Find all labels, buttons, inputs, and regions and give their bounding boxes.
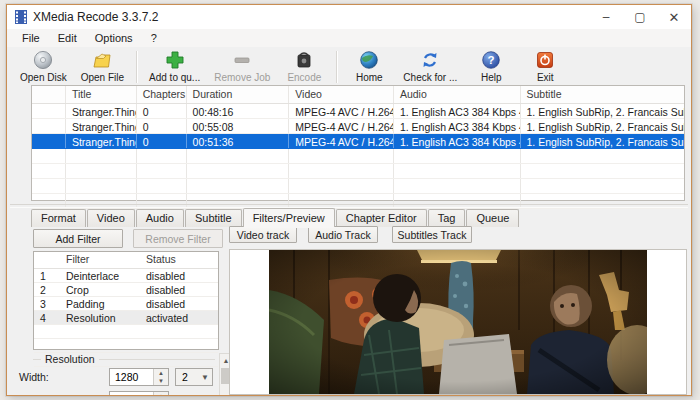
svg-text:?: ? (488, 54, 495, 66)
exit-label: Exit (537, 72, 554, 83)
home-button[interactable]: Home (342, 47, 396, 87)
tab-video[interactable]: Video (87, 209, 135, 227)
menu-edit[interactable]: Edit (49, 30, 86, 46)
column-status[interactable]: Status (140, 252, 214, 268)
column-subtitle[interactable]: Subtitle (521, 86, 684, 103)
folder-icon (92, 50, 113, 70)
spin-up-icon: ▲ (154, 369, 168, 377)
job-list: Title Chapters Duration Video Audio Subt… (31, 85, 685, 201)
job-row-selected[interactable]: Stranger.Things... 0 00:51:36 MPEG-4 AVC… (32, 134, 684, 149)
help-button[interactable]: ? Help (464, 47, 518, 87)
add-filter-button[interactable]: Add Filter (33, 229, 123, 248)
open-disk-button[interactable]: Open Disk (13, 47, 74, 87)
menu-file[interactable]: File (13, 30, 49, 46)
exit-icon (535, 50, 555, 70)
check-for-updates-label: Check for ... (403, 72, 457, 83)
add-to-queue-button[interactable]: Add to qu... (142, 47, 207, 87)
check-for-updates-button[interactable]: Check for ... (396, 47, 464, 87)
empty-row (32, 179, 684, 194)
column-title[interactable]: Title (66, 86, 137, 103)
tab-tag[interactable]: Tag (428, 209, 466, 227)
filter-row-resolution[interactable]: 4 Resolution activated (34, 311, 218, 325)
filter-row-padding[interactable]: 3 Padding disabled (34, 297, 218, 311)
window-title: XMedia Recode 3.3.7.2 (33, 10, 158, 24)
tab-chapter-editor[interactable]: Chapter Editor (336, 209, 427, 227)
job-list-header: Title Chapters Duration Video Audio Subt… (32, 86, 684, 104)
exit-button[interactable]: Exit (518, 47, 572, 87)
audio-track-button[interactable]: Audio Track (308, 226, 378, 243)
add-icon (165, 50, 185, 70)
toolbar-separator (136, 51, 137, 83)
remove-filter-button[interactable]: Remove Filter (133, 229, 223, 248)
refresh-icon (420, 50, 440, 70)
tab-subtitle[interactable]: Subtitle (185, 209, 242, 227)
column-video[interactable]: Video (289, 86, 394, 103)
width-factor-dropdown[interactable]: 2 ▼ (175, 368, 213, 386)
toolbar: Open Disk Open File Add to qu... (7, 47, 691, 87)
menu-help[interactable]: ? (142, 30, 166, 46)
home-label: Home (356, 72, 383, 83)
width-label: Width: (19, 371, 49, 383)
minimize-button[interactable]: – (589, 5, 623, 29)
job-row[interactable]: Stranger.Things... 0 00:55:08 MPEG-4 AVC… (32, 119, 684, 134)
height-input[interactable]: 640 ▲▼ (109, 391, 169, 396)
toolbar-separator (336, 51, 337, 83)
tab-queue[interactable]: Queue (466, 209, 519, 227)
empty-row (34, 339, 218, 353)
open-file-button[interactable]: Open File (74, 47, 131, 87)
column-filter[interactable]: Filter (60, 252, 140, 268)
remove-icon (232, 50, 252, 70)
tab-filters-preview[interactable]: Filters/Preview (243, 208, 335, 227)
menu-bar: File Edit Options ? (7, 29, 691, 47)
remove-job-button[interactable]: Remove Job (207, 47, 277, 87)
width-spinner-arrows[interactable]: ▲▼ (153, 369, 168, 385)
video-frame (269, 250, 647, 394)
tab-audio[interactable]: Audio (136, 209, 184, 227)
column-audio[interactable]: Audio (394, 86, 521, 103)
chevron-down-icon: ▼ (201, 373, 209, 382)
width-input[interactable]: 1280 ▲▼ (109, 368, 169, 386)
tab-format[interactable]: Format (31, 209, 86, 227)
spin-up-icon: ▲ (154, 392, 168, 396)
app-logo-icon (15, 10, 27, 24)
globe-icon (359, 50, 379, 70)
help-label: Help (481, 72, 502, 83)
spin-down-icon: ▼ (154, 377, 168, 385)
menu-options[interactable]: Options (86, 30, 142, 46)
remove-job-label: Remove Job (214, 72, 270, 83)
height-spinner-arrows[interactable]: ▲▼ (153, 392, 168, 396)
encode-label: Encode (287, 72, 321, 83)
disk-icon (33, 50, 53, 70)
title-bar: XMedia Recode 3.3.7.2 – ▢ ✕ (7, 5, 691, 29)
encode-button[interactable]: Encode (277, 47, 331, 87)
preview-panel (229, 249, 687, 395)
open-file-label: Open File (81, 72, 124, 83)
filter-row-crop[interactable]: 2 Crop disabled (34, 283, 218, 297)
empty-row (32, 149, 684, 164)
maximize-button[interactable]: ▢ (623, 5, 657, 29)
empty-row (32, 164, 684, 179)
subtitles-track-button[interactable]: Subtitles Track (392, 226, 472, 243)
column-chapters[interactable]: Chapters (137, 86, 187, 103)
column-duration[interactable]: Duration (187, 86, 290, 103)
empty-row (34, 325, 218, 339)
tab-bar: Format Video Audio Subtitle Filters/Prev… (31, 208, 681, 227)
filter-table: Filter Status 1 Deinterlace disabled 2 C… (33, 251, 219, 350)
filter-table-header: Filter Status (34, 252, 218, 269)
help-icon: ? (481, 50, 501, 70)
close-button[interactable]: ✕ (657, 5, 691, 29)
filter-row-deinterlace[interactable]: 1 Deinterlace disabled (34, 269, 218, 283)
encode-icon (294, 50, 314, 70)
resolution-group-label: Resolution (41, 353, 99, 365)
video-track-button[interactable]: Video track (229, 226, 297, 243)
app-window: XMedia Recode 3.3.7.2 – ▢ ✕ File Edit Op… (6, 4, 692, 396)
add-to-queue-label: Add to qu... (149, 72, 200, 83)
open-disk-label: Open Disk (20, 72, 67, 83)
height-label: Height: (19, 394, 52, 396)
job-row[interactable]: Stranger.Things... 0 00:48:16 MPEG-4 AVC… (32, 104, 684, 119)
